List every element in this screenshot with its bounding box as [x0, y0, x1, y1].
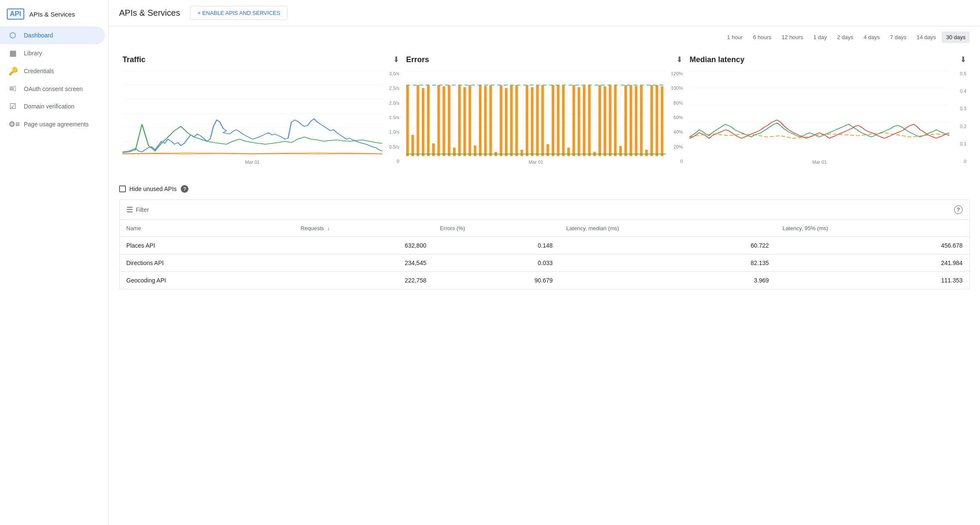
- svg-rect-44: [567, 148, 570, 156]
- time-btn-6-hours[interactable]: 6 hours: [749, 31, 775, 43]
- time-btn-7-days[interactable]: 7 days: [886, 31, 911, 43]
- latency-x-label: Mar 01: [689, 160, 949, 165]
- svg-rect-21: [447, 85, 450, 156]
- cell-name[interactable]: Geocoding API: [120, 272, 294, 289]
- time-btn-2-days[interactable]: 2 days: [833, 31, 858, 43]
- traffic-chart: Traffic ⬇ 3.0/s2.5/s2.0/s1.5/s1.0/s0.5/s…: [119, 48, 403, 168]
- svg-rect-53: [614, 85, 616, 156]
- nav-label-library: Library: [24, 50, 42, 57]
- sidebar: API APIs & Services ⬡Dashboard▦Library🔑C…: [0, 0, 109, 525]
- nav-label-dashboard: Dashboard: [24, 32, 53, 39]
- errors-x-label: Mar 01: [406, 160, 666, 165]
- svg-rect-34: [515, 85, 518, 156]
- svg-rect-47: [583, 85, 585, 156]
- latency-chart: Median latency ⬇ 0.50.40.30.20.10: [686, 48, 970, 168]
- errors-y-labels: 120%100%80%60%40%20%0: [667, 71, 683, 165]
- sidebar-item-page-usage[interactable]: ⚙≡Page usage agreements: [0, 115, 105, 133]
- nav-label-domain: Domain verification: [24, 103, 74, 110]
- cell-errors: 0.033: [433, 254, 559, 272]
- svg-rect-54: [619, 146, 621, 156]
- cell-requests: 234,545: [294, 254, 433, 272]
- svg-rect-23: [458, 85, 461, 156]
- col-errors: Errors (%): [433, 220, 559, 237]
- hide-unused-label[interactable]: Hide unused APIs: [119, 185, 177, 192]
- hide-unused-help-icon[interactable]: ?: [181, 185, 188, 193]
- time-btn-14-days[interactable]: 14 days: [912, 31, 940, 43]
- svg-rect-35: [520, 150, 523, 156]
- svg-rect-24: [463, 87, 466, 156]
- svg-rect-22: [453, 148, 456, 156]
- svg-rect-45: [572, 85, 575, 156]
- sidebar-item-domain[interactable]: ☑Domain verification: [0, 97, 105, 115]
- table-toolbar: ☰ Filter ?: [119, 200, 970, 220]
- svg-rect-46: [578, 87, 580, 156]
- time-btn-1-hour[interactable]: 1 hour: [723, 31, 747, 43]
- sidebar-item-credentials[interactable]: 🔑Credentials: [0, 62, 105, 80]
- errors-download-icon[interactable]: ⬇: [676, 55, 683, 64]
- svg-rect-41: [552, 85, 554, 156]
- svg-rect-29: [489, 85, 492, 156]
- errors-chart: Errors ⬇ 120%100%80%60%40%20%0: [403, 48, 687, 168]
- svg-rect-50: [598, 85, 601, 156]
- svg-rect-17: [427, 85, 430, 156]
- filter-button[interactable]: ☰ Filter: [126, 205, 149, 214]
- traffic-download-icon[interactable]: ⬇: [393, 55, 399, 64]
- time-btn-12-hours[interactable]: 12 hours: [778, 31, 808, 43]
- cell-name[interactable]: Directions API: [120, 254, 294, 272]
- col-requests[interactable]: Requests ↓: [294, 220, 433, 237]
- table-header-row: Name Requests ↓ Errors (%) Latency, medi…: [120, 220, 970, 237]
- svg-rect-27: [479, 85, 481, 156]
- sidebar-item-oauth[interactable]: ≡⃞OAuth consent screen: [0, 80, 105, 97]
- table-row: Places API 632,800 0.148 60.722 456.678: [120, 237, 970, 254]
- traffic-x-label: Mar 01: [122, 160, 382, 165]
- svg-rect-14: [411, 135, 414, 156]
- svg-rect-51: [604, 86, 606, 156]
- cell-latency-median: 60.722: [559, 237, 775, 254]
- svg-rect-28: [484, 86, 487, 156]
- svg-rect-25: [468, 85, 471, 156]
- main-content: APIs & Services + ENABLE APIS AND SERVIC…: [109, 0, 980, 525]
- enable-apis-button[interactable]: + ENABLE APIS AND SERVICES: [190, 6, 288, 20]
- filter-icon: ☰: [126, 205, 133, 214]
- hide-unused-checkbox[interactable]: [119, 185, 126, 192]
- nav-icon-credentials: 🔑: [9, 66, 17, 76]
- col-name: Name: [120, 220, 294, 237]
- cell-name[interactable]: Places API: [120, 237, 294, 254]
- svg-rect-40: [546, 144, 549, 156]
- table-row: Geocoding API 222,758 90.679 3.969 111.3…: [120, 272, 970, 289]
- cell-latency-95: 241.984: [776, 254, 970, 272]
- svg-rect-32: [505, 88, 507, 156]
- col-latency-median: Latency, median (ms): [559, 220, 775, 237]
- errors-svg: [406, 71, 666, 156]
- time-btn-30-days[interactable]: 30 days: [942, 31, 970, 43]
- cell-errors: 90.679: [433, 272, 559, 289]
- svg-rect-16: [422, 88, 424, 156]
- table-section: ☰ Filter ? Name Requests ↓ Errors (%) La…: [109, 200, 980, 300]
- svg-rect-57: [635, 86, 637, 156]
- svg-rect-42: [557, 85, 559, 156]
- errors-chart-title: Errors: [406, 55, 429, 64]
- svg-rect-19: [437, 85, 440, 156]
- time-btn-1-day[interactable]: 1 day: [809, 31, 831, 43]
- cell-errors: 0.148: [433, 237, 559, 254]
- sidebar-header: API APIs & Services: [0, 3, 108, 26]
- cell-latency-95: 111.353: [776, 272, 970, 289]
- time-btn-4-days[interactable]: 4 days: [859, 31, 884, 43]
- cell-latency-median: 3.969: [559, 272, 775, 289]
- nav-icon-page-usage: ⚙≡: [9, 120, 17, 129]
- col-latency-95: Latency, 95% (ms): [776, 220, 970, 237]
- sidebar-item-dashboard[interactable]: ⬡Dashboard: [0, 26, 105, 44]
- latency-download-icon[interactable]: ⬇: [960, 55, 966, 64]
- nav-icon-oauth: ≡⃞: [9, 84, 17, 93]
- apis-table: Name Requests ↓ Errors (%) Latency, medi…: [119, 220, 970, 289]
- table-help-icon[interactable]: ?: [954, 205, 963, 214]
- svg-rect-26: [473, 146, 476, 156]
- table-row: Directions API 234,545 0.033 82.135 241.…: [120, 254, 970, 272]
- sidebar-nav: ⬡Dashboard▦Library🔑Credentials≡⃞OAuth co…: [0, 26, 108, 133]
- traffic-chart-title: Traffic: [122, 55, 145, 64]
- svg-rect-38: [536, 85, 538, 156]
- nav-label-page-usage: Page usage agreements: [24, 121, 89, 128]
- sidebar-item-library[interactable]: ▦Library: [0, 44, 105, 62]
- latency-svg: [689, 71, 949, 156]
- api-logo: API: [7, 9, 24, 20]
